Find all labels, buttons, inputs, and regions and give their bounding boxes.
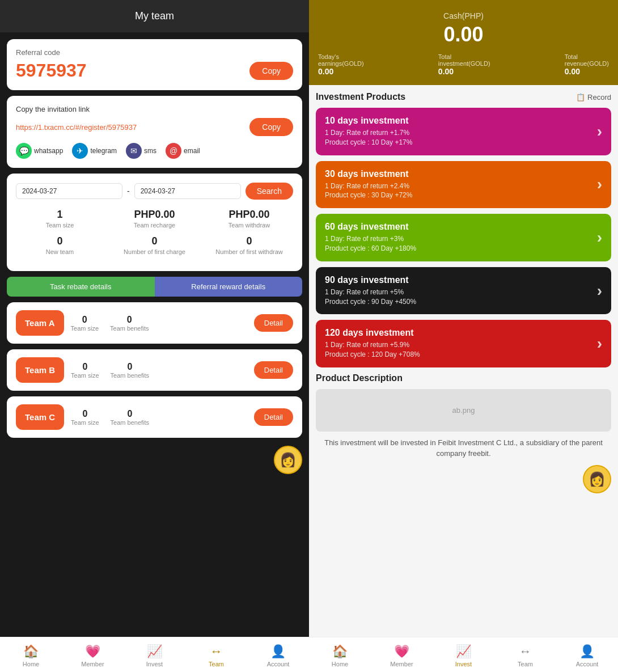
today-earnings-stat: Today'searnings(GOLD) 0.00 [318, 53, 364, 76]
team-b-benefits: 0 Team benefits [111, 362, 149, 379]
referral-code-value: 5975937 [16, 60, 87, 81]
team-c-size-value: 0 [71, 409, 99, 419]
telegram-label: telegram [90, 147, 117, 155]
date-to-input[interactable] [134, 183, 241, 199]
today-earnings-value: 0.00 [318, 67, 364, 76]
right-nav-account[interactable]: 👤 Account [556, 642, 618, 670]
left-screen-header: My team [0, 0, 309, 32]
home-label: Home [23, 661, 39, 667]
product-120days[interactable]: 120 days investment 1 Day: Rate of retur… [316, 320, 611, 367]
invest-icon: 📈 [147, 644, 162, 659]
product-90days[interactable]: 90 days investment 1 Day: Rate of return… [316, 267, 611, 315]
invitation-link-url[interactable]: https://1.txacm.cc/#/register/5975937 [16, 123, 244, 132]
left-nav-home[interactable]: 🏠 Home [0, 642, 62, 670]
email-share[interactable]: @ email [166, 143, 200, 159]
member-icon: 💗 [85, 644, 100, 659]
team-size-value: 1 [16, 209, 104, 221]
product-description-title: Product Description [316, 373, 611, 383]
new-team-stat: 0 New team [16, 235, 104, 255]
team-c-card: Team C 0 Team size 0 Team benefits Detai… [7, 396, 302, 438]
product-60days[interactable]: 60 days investment 1 Day: Rate of return… [316, 214, 611, 261]
product-30days-desc1: 1 Day: Rate of return +2.4% [325, 181, 597, 191]
right-support-avatar[interactable]: 👩 [583, 465, 611, 493]
first-charge-value: 0 [111, 235, 198, 247]
record-button[interactable]: 📋 Record [576, 93, 611, 102]
left-nav-member[interactable]: 💗 Member [62, 642, 124, 670]
copy-link-button[interactable]: Copy [249, 118, 293, 136]
team-b-size-value: 0 [71, 362, 99, 372]
product-120days-desc2: Product cycle : 120 Day +708% [325, 350, 597, 360]
total-investment-label: Totalinvestment(GOLD) [438, 53, 490, 67]
stats-grid-bottom: 0 New team 0 Number of first charge 0 Nu… [16, 235, 293, 255]
right-account-icon: 👤 [579, 644, 595, 659]
record-label: Record [587, 93, 611, 102]
product-30days-desc2: Product cycle : 30 Day +72% [325, 191, 597, 200]
telegram-icon: ✈ [72, 143, 88, 159]
product-120days-info: 120 days investment 1 Day: Rate of retur… [325, 328, 597, 360]
whatsapp-icon: 💬 [16, 143, 32, 159]
tab-row: Task rebate details Referral reward deta… [7, 277, 302, 297]
team-a-benefits-value: 0 [110, 315, 149, 325]
cash-stats-row: Today'searnings(GOLD) 0.00 Totalinvestme… [318, 53, 609, 76]
referral-code-card: Referral code 5975937 Copy [7, 39, 302, 90]
search-button[interactable]: Search [245, 183, 293, 200]
team-recharge-label: Team recharge [111, 222, 198, 229]
product-30days-title: 30 days investment [325, 169, 597, 179]
team-c-detail-button[interactable]: Detail [254, 408, 293, 426]
product-description-text: This investment will be invested in Feib… [316, 437, 611, 459]
left-bottom-nav: 🏠 Home 💗 Member 📈 Invest ↔ Team 👤 Accoun… [0, 637, 309, 672]
team-recharge-stat: PHP0.00 Team recharge [111, 209, 198, 229]
team-b-benefits-value: 0 [111, 362, 149, 372]
team-a-detail-button[interactable]: Detail [254, 314, 293, 332]
new-team-value: 0 [16, 235, 104, 247]
right-nav-home[interactable]: 🏠 Home [309, 642, 371, 670]
team-withdraw-label: Team withdraw [205, 222, 293, 229]
left-title: My team [135, 10, 174, 22]
left-nav-account[interactable]: 👤 Account [247, 642, 309, 670]
team-c-benefits: 0 Team benefits [111, 409, 149, 426]
team-recharge-value: PHP0.00 [111, 209, 198, 221]
team-withdraw-stat: PHP0.00 Team withdraw [205, 209, 293, 229]
right-nav-team[interactable]: ↔ Team [494, 642, 556, 670]
member-label: Member [81, 661, 104, 667]
tab-referral-reward[interactable]: Referral reward details [155, 277, 303, 297]
stats-grid-top: 1 Team size PHP0.00 Team recharge PHP0.0… [16, 209, 293, 229]
tab-task-rebate[interactable]: Task rebate details [7, 277, 155, 297]
right-bottom-nav: 🏠 Home 💗 Member 📈 Invest ↔ Team 👤 Accoun… [309, 637, 618, 672]
total-revenue-value: 0.00 [565, 67, 609, 76]
team-a-badge: Team A [16, 310, 64, 336]
first-charge-label: Number of first charge [111, 248, 198, 255]
product-120days-arrow: › [597, 335, 602, 353]
team-a-size-value: 0 [71, 315, 99, 325]
team-b-detail-button[interactable]: Detail [254, 361, 293, 379]
right-nav-member[interactable]: 💗 Member [371, 642, 433, 670]
team-c-benefits-label: Team benefits [111, 419, 149, 426]
copy-code-button[interactable]: Copy [249, 62, 293, 80]
cash-header: Cash(PHP) 0.00 Today'searnings(GOLD) 0.0… [309, 0, 618, 85]
team-c-stats: 0 Team size 0 Team benefits [71, 409, 247, 426]
sms-share[interactable]: ✉ sms [126, 143, 156, 159]
whatsapp-share[interactable]: 💬 whatsapp [16, 143, 63, 159]
product-30days[interactable]: 30 days investment 1 Day: Rate of return… [316, 161, 611, 209]
invitation-link-card: Copy the invitation link https://1.txacm… [7, 96, 302, 168]
product-90days-desc2: Product cycle : 90 Day +450% [325, 297, 597, 307]
date-from-input[interactable] [16, 183, 122, 199]
product-120days-desc1: 1 Day: Rate of return +5.9% [325, 340, 597, 350]
product-60days-info: 60 days investment 1 Day: Rate of return… [325, 222, 597, 253]
left-nav-invest[interactable]: 📈 Invest [124, 642, 185, 670]
sms-label: sms [144, 147, 156, 155]
team-b-benefits-label: Team benefits [111, 372, 149, 379]
team-c-size: 0 Team size [71, 409, 99, 426]
telegram-share[interactable]: ✈ telegram [72, 143, 117, 159]
first-charge-stat: 0 Number of first charge [111, 235, 198, 255]
right-nav-invest[interactable]: 📈 Invest [433, 642, 494, 670]
products-section-header: Investment Products 📋 Record [316, 92, 611, 102]
product-10days[interactable]: 10 days investment 1 Day: Rate of return… [316, 108, 611, 155]
product-10days-arrow: › [597, 122, 602, 141]
product-90days-info: 90 days investment 1 Day: Rate of return… [325, 275, 597, 307]
support-avatar[interactable]: 👩 [274, 446, 302, 474]
team-a-size-label: Team size [71, 325, 99, 332]
first-withdraw-stat: 0 Number of first withdraw [205, 235, 293, 255]
left-nav-team[interactable]: ↔ Team [185, 642, 247, 670]
team-a-card: Team A 0 Team size 0 Team benefits Detai… [7, 302, 302, 344]
